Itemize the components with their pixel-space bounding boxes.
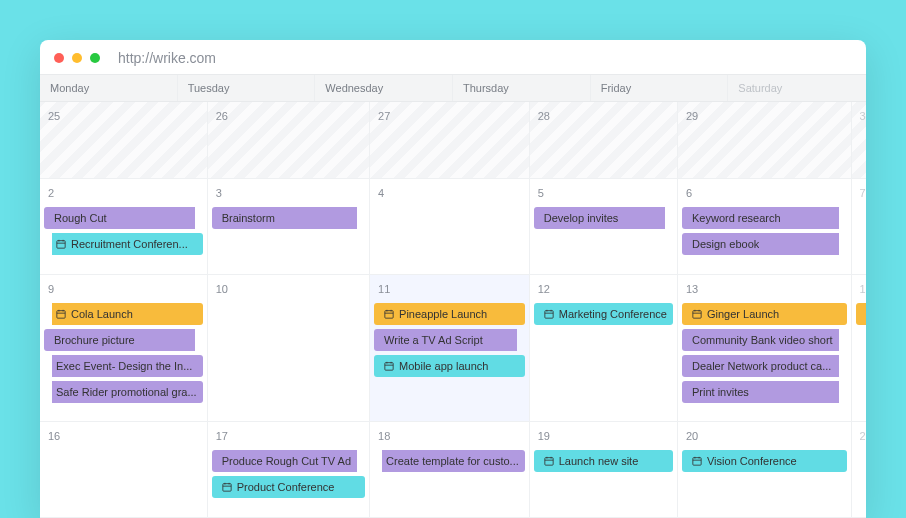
calendar-event[interactable]: Create template for custo... (382, 450, 525, 472)
calendar-event[interactable]: Dealer Network product ca... (682, 355, 839, 377)
calendar-cell[interactable]: 6Keyword researchDesign ebook (678, 179, 852, 275)
event-label: Recruitment Conferen... (71, 236, 188, 252)
window-close-icon[interactable] (54, 53, 64, 63)
calendar-event[interactable]: Recruitment Conferen... (52, 233, 203, 255)
event-label: Print invites (692, 384, 749, 400)
calendar-cell[interactable]: 29 (678, 102, 852, 179)
calendar-cell[interactable]: 7 (852, 179, 866, 275)
calendar-cell[interactable]: 4 (370, 179, 530, 275)
calendar-event[interactable]: Vanilla Launch (856, 303, 866, 325)
calendar-event[interactable]: Community Bank video short (682, 329, 839, 351)
event-label: Pineapple Launch (399, 306, 487, 322)
day-header: Tuesday (178, 75, 316, 101)
day-number: 14 (856, 281, 866, 299)
window-zoom-icon[interactable] (90, 53, 100, 63)
event-label: Brainstorm (222, 210, 275, 226)
calendar-event[interactable]: Brochure picture (44, 329, 195, 351)
calendar-event[interactable]: Exec Event- Design the In... (52, 355, 203, 377)
day-number: 29 (682, 108, 847, 126)
svg-rect-28 (222, 484, 230, 492)
calendar-event[interactable]: Safe Rider promotional gra... (52, 381, 203, 403)
calendar-event[interactable]: Product Conference (212, 476, 365, 498)
calendar-cell[interactable]: 20Vision Conference (678, 422, 852, 518)
day-number: 16 (44, 428, 203, 446)
calendar-event[interactable]: Design ebook (682, 233, 839, 255)
day-number: 17 (212, 428, 365, 446)
calendar-event[interactable]: Produce Rough Cut TV Ad (212, 450, 357, 472)
day-number: 28 (534, 108, 673, 126)
event-label: Launch new site (559, 453, 639, 469)
calendar-event[interactable]: Pineapple Launch (374, 303, 525, 325)
day-header: Saturday (728, 75, 866, 101)
calendar-event[interactable]: Cola Launch (52, 303, 203, 325)
calendar-cell[interactable]: 11Pineapple LaunchWrite a TV Ad ScriptMo… (370, 275, 530, 423)
day-number: 13 (682, 281, 847, 299)
day-number: 3 (212, 185, 365, 203)
calendar-cell[interactable]: 17Produce Rough Cut TV AdProduct Confere… (208, 422, 370, 518)
event-label: Cola Launch (71, 306, 133, 322)
calendar-icon (384, 309, 394, 319)
calendar-event[interactable]: Marketing Conference (534, 303, 673, 325)
day-header: Monday (40, 75, 178, 101)
calendar-cell[interactable]: 26 (208, 102, 370, 179)
calendar-cell[interactable]: 18Create template for custo... (370, 422, 530, 518)
svg-rect-16 (545, 310, 553, 318)
event-label: Write a TV Ad Script (384, 332, 483, 348)
calendar-cell[interactable]: 5Develop invites (530, 179, 678, 275)
event-label: Safe Rider promotional gra... (56, 384, 197, 400)
event-label: Product Conference (237, 479, 335, 495)
window-minimize-icon[interactable] (72, 53, 82, 63)
calendar-icon (384, 361, 394, 371)
svg-rect-0 (57, 240, 65, 248)
calendar-cell[interactable]: 16 (40, 422, 208, 518)
event-label: Design ebook (692, 236, 759, 252)
event-label: Brochure picture (54, 332, 135, 348)
address-bar[interactable]: http://wrike.com (118, 50, 216, 66)
svg-rect-32 (545, 458, 553, 466)
calendar-icon (544, 309, 554, 319)
calendar-cell[interactable]: 2Rough CutRecruitment Conferen... (40, 179, 208, 275)
day-number: 19 (534, 428, 673, 446)
event-label: Exec Event- Design the In... (56, 358, 192, 374)
day-number: 27 (374, 108, 525, 126)
calendar-icon (56, 309, 66, 319)
calendar-event[interactable]: Ginger Launch (682, 303, 847, 325)
calendar-cell[interactable]: 21 (852, 422, 866, 518)
calendar-event[interactable]: Brainstorm (212, 207, 357, 229)
day-number: 6 (682, 185, 847, 203)
event-label: Dealer Network product ca... (692, 358, 831, 374)
day-header: Thursday (453, 75, 591, 101)
day-number: 2 (44, 185, 203, 203)
calendar-cell[interactable]: 19Launch new site (530, 422, 678, 518)
day-number: 12 (534, 281, 673, 299)
day-number: 5 (534, 185, 673, 203)
day-number: 26 (212, 108, 365, 126)
calendar-cell[interactable]: 27 (370, 102, 530, 179)
calendar-cell[interactable]: 14Vanilla Launch (852, 275, 866, 423)
day-number: 4 (374, 185, 525, 203)
calendar-event[interactable]: Launch new site (534, 450, 673, 472)
calendar-event[interactable]: Vision Conference (682, 450, 847, 472)
calendar-grid: 2526272829302Rough CutRecruitment Confer… (40, 102, 866, 518)
calendar-cell[interactable]: 10 (208, 275, 370, 423)
day-number: 20 (682, 428, 847, 446)
calendar-cell[interactable]: 12Marketing Conference (530, 275, 678, 423)
browser-window: http://wrike.com MondayTuesdayWednesdayT… (40, 40, 866, 518)
calendar-event[interactable]: Rough Cut (44, 207, 195, 229)
calendar-event[interactable]: Keyword research (682, 207, 839, 229)
day-header: Wednesday (315, 75, 453, 101)
calendar-event[interactable]: Develop invites (534, 207, 665, 229)
calendar-event[interactable]: Print invites (682, 381, 839, 403)
svg-rect-8 (385, 310, 393, 318)
calendar-cell[interactable]: 25 (40, 102, 208, 179)
calendar-event[interactable]: Write a TV Ad Script (374, 329, 517, 351)
calendar-cell[interactable]: 28 (530, 102, 678, 179)
day-number: 30 (856, 108, 866, 126)
calendar-cell[interactable]: 13Ginger LaunchCommunity Bank video shor… (678, 275, 852, 423)
calendar-cell[interactable]: 9Cola LaunchBrochure pictureExec Event- … (40, 275, 208, 423)
calendar-event[interactable]: Mobile app launch (374, 355, 525, 377)
calendar-cell[interactable]: 3Brainstorm (208, 179, 370, 275)
svg-rect-20 (693, 310, 701, 318)
day-number: 7 (856, 185, 866, 203)
calendar-cell[interactable]: 30 (852, 102, 866, 179)
